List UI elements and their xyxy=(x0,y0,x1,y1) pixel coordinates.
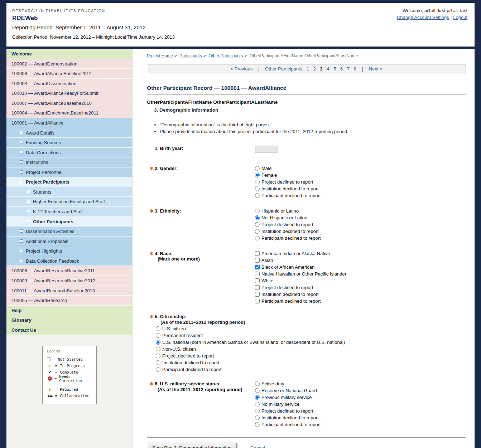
sidebar-item[interactable]: Data Corrections xyxy=(6,148,132,158)
radio-input[interactable] xyxy=(156,326,160,331)
race-checkbox-option[interactable]: Black or African American xyxy=(255,264,466,270)
sidebar-item[interactable]: Dissemination Activities xyxy=(6,227,132,237)
radio-input[interactable] xyxy=(255,236,260,240)
gender-radio-option[interactable]: Participant declined to report xyxy=(255,193,466,199)
breadcrumb-link[interactable]: Other Participants xyxy=(208,53,243,58)
gender-radio-option[interactable]: Female xyxy=(255,172,466,178)
radio-input[interactable] xyxy=(156,340,160,345)
sidebar-item[interactable]: 100004 — AwardEnrichmentBaseline2011 xyxy=(6,108,132,118)
sidebar-item[interactable]: 100007 — AwardAllianceBaseline2010 xyxy=(6,98,132,108)
radio-input[interactable] xyxy=(156,354,160,358)
radio-input[interactable] xyxy=(255,222,260,227)
radio-input[interactable] xyxy=(156,367,160,372)
ethnicity-radio-option[interactable]: Institution declined to report xyxy=(255,229,466,234)
radio-input[interactable] xyxy=(255,395,260,400)
page-number-link[interactable]: 1 xyxy=(307,66,309,72)
page-number-link[interactable]: 8 xyxy=(354,66,356,72)
citizenship-radio-option[interactable]: Non-U.S. citizen xyxy=(156,346,466,352)
page-number-link[interactable]: 4 xyxy=(327,66,329,72)
other-participants-link[interactable]: Other Participants xyxy=(265,66,302,72)
checkbox-input[interactable] xyxy=(255,278,260,283)
race-checkbox-option[interactable]: American Indian or Alaska Native xyxy=(255,251,466,257)
citizenship-radio-option[interactable]: Project declined to report xyxy=(156,353,466,359)
sidebar-item[interactable]: Award Details xyxy=(6,128,132,138)
page-number-link[interactable]: 3 xyxy=(320,66,322,72)
radio-input[interactable] xyxy=(255,422,260,427)
race-checkbox-option[interactable]: Native Hawaiian or Other Pacific Islande… xyxy=(255,271,466,277)
sidebar-item[interactable]: Project Participants xyxy=(6,177,132,187)
military-radio-option[interactable]: Reserve or National Guard xyxy=(255,388,466,394)
radio-input[interactable] xyxy=(255,402,260,406)
gender-radio-option[interactable]: Institution declined to report xyxy=(255,186,466,192)
citizenship-radio-option[interactable]: U.S. national (born in American Samoa or… xyxy=(156,340,466,345)
radio-input[interactable] xyxy=(255,209,260,213)
sidebar-item[interactable]: 100002 — AwardDemonstration xyxy=(6,59,132,69)
next-record-link[interactable]: Next > xyxy=(369,66,383,72)
radio-input[interactable] xyxy=(255,193,260,198)
sidebar-item[interactable]: Additional Proposals xyxy=(6,237,132,247)
military-radio-option[interactable]: No military service xyxy=(255,401,466,407)
sidebar-item[interactable]: Higher Education Faculty and Staff xyxy=(6,197,132,207)
page-number-link[interactable]: 6 xyxy=(340,66,343,72)
radio-input[interactable] xyxy=(255,381,260,386)
sidebar-item[interactable]: Students xyxy=(6,187,132,197)
radio-input[interactable] xyxy=(156,333,160,338)
sidebar-item[interactable]: Project Highlights xyxy=(6,246,132,256)
page-number-link[interactable]: 7 xyxy=(347,66,350,72)
breadcrumb-link[interactable]: Project Home xyxy=(147,53,173,58)
sidebar-item[interactable]: Welcome xyxy=(6,49,132,59)
radio-input[interactable] xyxy=(255,186,260,191)
previous-record-link[interactable]: < Previous xyxy=(231,66,253,72)
checkbox-input[interactable] xyxy=(255,272,260,276)
sidebar-item[interactable]: 100005 — AwardResearch xyxy=(6,296,132,306)
sidebar-item[interactable]: 100010 — AwardAllianceReadyForSubmit xyxy=(6,88,132,98)
citizenship-radio-option[interactable]: Institution declined to report xyxy=(156,360,466,366)
sidebar-item[interactable]: Funding Sources xyxy=(6,138,132,148)
ethnicity-radio-option[interactable]: Project declined to report xyxy=(255,222,466,228)
radio-input[interactable] xyxy=(255,166,260,171)
checkbox-input[interactable] xyxy=(255,251,260,256)
ethnicity-radio-option[interactable]: Hispanic or Latino xyxy=(255,208,466,214)
military-radio-option[interactable]: Active duty xyxy=(255,381,466,387)
sidebar-item[interactable]: Other Participants xyxy=(6,217,132,227)
change-account-settings-link[interactable]: Change Account Settings xyxy=(397,15,449,20)
checkbox-input[interactable] xyxy=(255,258,260,263)
citizenship-radio-option[interactable]: Permanent resident xyxy=(156,333,466,339)
race-checkbox-option[interactable]: Participant declined to report xyxy=(255,298,466,304)
sidebar-item[interactable]: 100009 — AwardResearchBaseline2012 xyxy=(6,276,132,286)
sidebar-item[interactable]: Help xyxy=(6,306,132,316)
citizenship-radio-option[interactable]: Participant declined to report xyxy=(156,367,466,372)
radio-input[interactable] xyxy=(255,415,260,420)
radio-input[interactable] xyxy=(156,347,160,351)
ethnicity-radio-option[interactable]: Not Hispanic or Latino xyxy=(255,215,466,221)
military-radio-option[interactable]: Participant declined to report xyxy=(255,422,466,428)
radio-input[interactable] xyxy=(255,180,260,184)
save-button[interactable]: Save Part 3: Demographic Information xyxy=(147,443,237,448)
cancel-link[interactable]: Cancel xyxy=(250,445,265,448)
sidebar-item[interactable]: 100003 — AwardDissemination xyxy=(6,79,132,89)
checkbox-input[interactable] xyxy=(255,265,260,269)
page-number-link[interactable]: 5 xyxy=(333,66,336,72)
race-checkbox-option[interactable]: Institution declined to report xyxy=(255,292,466,297)
sidebar-item[interactable]: Data Collection Feedback xyxy=(6,256,132,266)
sidebar-item[interactable]: 100001 — AwardAlliance xyxy=(6,118,132,128)
race-checkbox-option[interactable]: Asian xyxy=(255,258,466,263)
race-checkbox-option[interactable]: White xyxy=(255,278,466,284)
logout-link[interactable]: Logout xyxy=(453,15,467,20)
military-radio-option[interactable]: Institution declined to report xyxy=(255,415,466,421)
birth-year-input[interactable] xyxy=(255,146,278,153)
sidebar-item[interactable]: Glossary xyxy=(6,315,132,325)
radio-input[interactable] xyxy=(255,215,260,220)
breadcrumb-link[interactable]: Participants xyxy=(179,53,202,58)
checkbox-input[interactable] xyxy=(255,299,260,303)
sidebar-item[interactable]: 100008 — AwardAllianceBaseline2012 xyxy=(6,69,132,79)
sidebar-item[interactable]: 100011 — AwardResearchBaseline2013 xyxy=(6,286,132,296)
citizenship-radio-option[interactable]: U.S. citizen xyxy=(156,326,466,332)
ethnicity-radio-option[interactable]: Participant declined to report xyxy=(255,235,466,241)
radio-input[interactable] xyxy=(255,409,260,413)
military-radio-option[interactable]: Previous military service xyxy=(255,395,466,400)
radio-input[interactable] xyxy=(255,173,260,177)
sidebar-item[interactable]: Project Personnel xyxy=(6,167,132,177)
sidebar-item[interactable]: Institutions xyxy=(6,157,132,167)
gender-radio-option[interactable]: Project declined to report xyxy=(255,179,466,185)
